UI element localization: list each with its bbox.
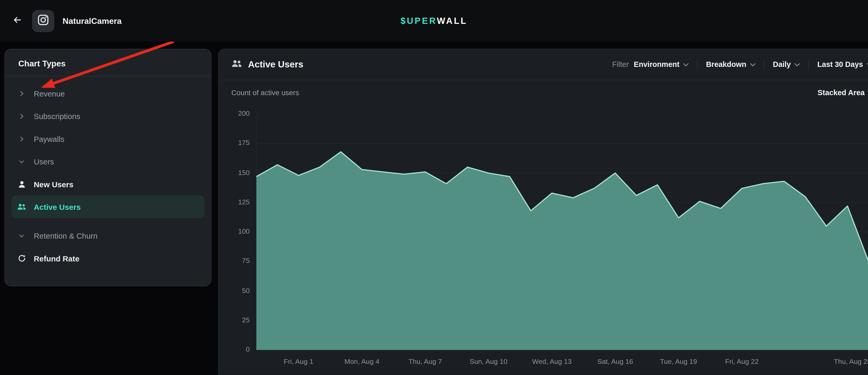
x-tick-label: Fri, Aug 22 <box>725 357 758 366</box>
sidebar-group-label: Paywalls <box>34 134 64 143</box>
y-tick-label: 125 <box>219 198 250 206</box>
sidebar-group-retention-churn[interactable]: Retention & Churn <box>12 224 204 247</box>
chevron-down-icon <box>683 63 689 66</box>
refresh-icon <box>17 254 26 262</box>
chevron-down-icon <box>867 63 868 66</box>
date-range-value: Last 30 Days <box>817 60 863 69</box>
chevron-right-icon <box>17 135 26 142</box>
content-area: Chart Types Revenue Subscriptions Paywal… <box>0 41 868 375</box>
breakdown-label: Breakdown <box>706 60 746 69</box>
x-tick-label: Tue, Aug 19 <box>660 357 697 366</box>
back-button[interactable] <box>12 15 22 26</box>
app: NaturalCamera $UPERWALL Chart Types Reve… <box>0 0 868 375</box>
sidebar-item-active-users[interactable]: Active Users <box>12 195 204 218</box>
filter-label: Filter <box>612 60 629 69</box>
chevron-down-icon <box>17 232 26 239</box>
environment-value: Environment <box>634 60 680 69</box>
active-users-chart: 2001751501251007550250 Fri, Aug 1Mon, Au… <box>219 114 868 374</box>
chevron-right-icon <box>17 90 26 97</box>
sub-header: Count of active users Stacked Area <box>219 81 868 97</box>
users-icon <box>231 60 242 69</box>
chart-controls: Filter Environment Breakdown Daily <box>604 60 868 69</box>
app-name: NaturalCamera <box>62 16 122 25</box>
x-tick-label: Fri, Aug 1 <box>284 357 313 366</box>
sidebar-group-label: Users <box>34 157 54 166</box>
chevron-down-icon <box>750 63 756 66</box>
sidebar-item-label: Active Users <box>34 202 81 211</box>
chart-subtitle: Count of active users <box>231 89 299 97</box>
sidebar-group-paywalls[interactable]: Paywalls <box>12 127 204 150</box>
x-axis-labels: Fri, Aug 1Mon, Aug 4Thu, Aug 7Sun, Aug 1… <box>256 357 868 369</box>
y-tick-label: 200 <box>219 110 250 118</box>
main-header: Active Users Filter Environment Breakdow… <box>219 49 868 81</box>
y-axis-labels: 2001751501251007550250 <box>219 114 250 350</box>
sidebar-group-subscriptions[interactable]: Subscriptions <box>12 105 204 128</box>
chart-types-nav: Revenue Subscriptions Paywalls Users New <box>5 76 211 278</box>
logo-white-part: WALL <box>437 16 467 25</box>
y-tick-label: 50 <box>219 287 250 294</box>
camera-icon <box>37 13 49 28</box>
plot-area <box>256 114 868 350</box>
date-range-dropdown[interactable]: Last 30 Days <box>809 60 868 69</box>
superwall-logo: $UPERWALL <box>401 16 467 26</box>
sidebar-group-label: Retention & Churn <box>34 231 97 240</box>
area-chart-svg <box>256 114 868 350</box>
interval-value: Daily <box>773 60 791 69</box>
sidebar-group-label: Revenue <box>34 89 65 98</box>
x-tick-label: Mon, Aug 4 <box>344 357 379 366</box>
y-tick-label: 25 <box>219 316 250 324</box>
y-tick-label: 100 <box>219 228 250 236</box>
breakdown-dropdown[interactable]: Breakdown <box>698 60 764 69</box>
chart-type-dropdown[interactable]: Stacked Area <box>818 89 868 97</box>
user-icon <box>17 180 26 188</box>
interval-dropdown[interactable]: Daily <box>765 60 808 69</box>
sidebar-item-label: Refund Rate <box>34 254 79 263</box>
topbar: NaturalCamera $UPERWALL <box>0 0 868 41</box>
x-tick-label: Thu, Aug 28 <box>834 357 868 366</box>
chevron-right-icon <box>17 113 26 120</box>
y-tick-label: 175 <box>219 139 250 147</box>
arrow-left-icon <box>12 15 22 26</box>
y-tick-label: 150 <box>219 168 250 176</box>
y-tick-label: 0 <box>219 345 250 353</box>
x-tick-label: Sun, Aug 10 <box>470 357 507 366</box>
users-icon <box>17 203 26 211</box>
sidebar-group-users[interactable]: Users <box>12 150 204 173</box>
sidebar-item-refund-rate[interactable]: Refund Rate <box>12 247 204 270</box>
page-title: Active Users <box>248 59 303 70</box>
sidebar-group-label: Subscriptions <box>34 112 80 120</box>
y-tick-label: 75 <box>219 257 250 265</box>
chart-type-value: Stacked Area <box>818 89 865 97</box>
logo-teal-part: $UPER <box>401 16 437 25</box>
chart-types-panel: Chart Types Revenue Subscriptions Paywal… <box>4 49 212 286</box>
chevron-down-icon <box>17 158 26 165</box>
x-tick-label: Wed, Aug 13 <box>532 357 571 366</box>
x-tick-label: Sat, Aug 16 <box>597 357 633 366</box>
panel-title: Chart Types <box>5 49 211 76</box>
sidebar-item-new-users[interactable]: New Users <box>12 173 204 195</box>
x-tick-label: Thu, Aug 7 <box>408 357 442 366</box>
main-title-wrap: Active Users <box>231 59 304 70</box>
sidebar-group-revenue[interactable]: Revenue <box>12 82 204 105</box>
environment-filter-dropdown[interactable]: Filter Environment <box>604 60 697 69</box>
chevron-down-icon <box>795 63 800 66</box>
main-panel: Active Users Filter Environment Breakdow… <box>218 49 868 375</box>
app-icon <box>32 9 54 32</box>
sidebar-item-label: New Users <box>34 180 73 189</box>
